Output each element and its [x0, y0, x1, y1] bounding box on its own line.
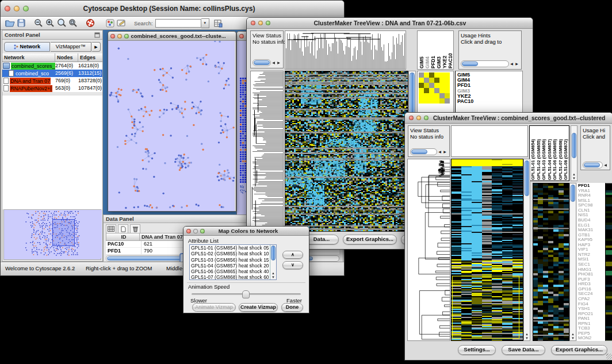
zoom-out-icon[interactable] [33, 17, 44, 29]
treeview2-titlebar[interactable]: ClusterMaker TreeView : combined_scores_… [405, 113, 612, 124]
tv2-zoom-scrollbar[interactable]: ▲▼ [569, 183, 576, 341]
minimize-button[interactable] [258, 21, 263, 25]
attribute-list-item[interactable]: GPL51-06 (GSM865) heat shock 40 min [191, 269, 276, 274]
attribute-list[interactable]: GPL51-01 (GSM854) heat shock 05 minGPL51… [189, 244, 277, 280]
close-button[interactable] [110, 34, 115, 39]
attribute-list-item[interactable]: GPL51-02 (GSM855) heat shock 10 min [191, 251, 276, 256]
tv1-view-status: View Status No status info f ◀▶ [250, 30, 284, 68]
open-session-icon[interactable] [4, 17, 16, 29]
save-data-button[interactable]: Save Data... [502, 345, 545, 355]
attribute-list-item[interactable]: GPL51-07 (GSM868) heat shock 60 min [191, 274, 276, 280]
zoom-in-icon[interactable] [44, 17, 56, 29]
tv1-heatmap[interactable] [285, 71, 408, 232]
zoom-button[interactable] [424, 116, 429, 120]
col-id[interactable]: ID [106, 233, 140, 240]
create-vizmap-button[interactable]: Create Vizmap [239, 303, 278, 312]
resize-grip[interactable] [606, 354, 612, 359]
similarity-cell [419, 98, 424, 104]
new-attribute-icon[interactable] [118, 224, 128, 233]
network-a-titlebar[interactable]: combined_scores_good.txt--cluste... [108, 32, 236, 41]
similarity-cell [429, 72, 434, 78]
zoom-button[interactable] [200, 229, 205, 233]
birdseye-canvas[interactable] [4, 210, 102, 258]
tv1-usage-hints: Usage Hints Click and drag to ◀▶ [458, 30, 522, 70]
network-manager-icon[interactable] [104, 17, 116, 29]
float-panel-icon[interactable] [94, 32, 100, 38]
tv2-row-dendrogram[interactable] [407, 159, 450, 341]
similarity-cell [429, 98, 434, 104]
similarity-cell [424, 98, 429, 104]
usage-hints-scrollbar[interactable]: ◀▶ [461, 60, 519, 67]
tab-network[interactable]: Network [4, 42, 50, 52]
network-list-row[interactable]: combined_scores_2764(0)16218(0) [2, 62, 102, 70]
tv2-extra-heat-sliver [605, 183, 612, 341]
zoom-fit-icon[interactable] [67, 17, 79, 29]
delete-attribute-icon[interactable] [130, 224, 140, 233]
col-edges[interactable]: Edges [78, 53, 102, 62]
birdseye-view[interactable] [3, 209, 101, 260]
annotation-icon[interactable] [116, 17, 127, 29]
group-divider [187, 282, 305, 283]
view-status-scrollbar[interactable]: ◀▶ [253, 59, 281, 66]
network-edges: 13112(15) [78, 70, 102, 77]
main-titlebar[interactable]: Cytoscape Desktop (Session Name: collins… [1, 1, 344, 17]
search-input[interactable] [155, 19, 201, 28]
move-up-button[interactable]: ∧ [282, 251, 303, 259]
help-lifering-icon[interactable] [85, 17, 96, 29]
network-canvas-a[interactable] [108, 41, 235, 211]
attribute-list-item[interactable]: GPL51-01 (GSM854) heat shock 05 min [191, 245, 276, 251]
settings-button[interactable]: Settings... [458, 345, 496, 355]
tv1-top-dendrogram[interactable] [285, 30, 406, 70]
tv1-row-dendrogram[interactable] [250, 71, 284, 232]
tv2-column-labels-scrollbar[interactable]: ▲▼ [571, 125, 577, 181]
network-nodes: 563(0) [55, 85, 78, 92]
tv2-top-dendrogram[interactable] [451, 125, 528, 157]
close-button[interactable] [186, 229, 191, 233]
close-button[interactable] [409, 116, 414, 120]
network-list-row[interactable]: combined_sco2569(6)13112(15) [2, 70, 102, 77]
network-list-row[interactable]: DNA and Tran 07769(0)183728(0) [2, 77, 102, 85]
network-list-row[interactable]: RNAPuberNov2+|563(0)107847(0) [2, 85, 102, 92]
save-session-icon[interactable] [16, 17, 27, 29]
more-tabs-button[interactable]: ▶ [92, 42, 101, 52]
column-label: GPL51-06 (GSM865) [552, 127, 557, 180]
select-attributes-icon[interactable] [106, 224, 116, 233]
zoom-selected-icon[interactable] [56, 17, 67, 29]
zoom-button[interactable] [266, 21, 270, 25]
attribute-list-scrollbar[interactable]: ▲▼ [270, 245, 276, 279]
close-button[interactable] [5, 6, 10, 12]
usage-hints-scrollbar[interactable]: ◀ [583, 162, 608, 168]
minimize-button[interactable] [117, 34, 122, 39]
zoom-button[interactable] [23, 6, 29, 12]
col-nodes[interactable]: Nodes [55, 53, 78, 62]
col-network[interactable]: Network [2, 53, 55, 62]
file-icon [9, 70, 14, 76]
tv2-zoom-heatmap[interactable] [533, 183, 569, 341]
export-graphics-button[interactable]: Export Graphics... [343, 235, 397, 244]
minimize-button[interactable] [416, 116, 421, 120]
speed-slider-thumb[interactable] [242, 290, 250, 298]
minimize-button[interactable] [14, 6, 20, 12]
tab-network-label: Network [20, 44, 41, 49]
export-graphics-button[interactable]: Export Graphics... [551, 345, 607, 355]
attribute-list-item[interactable]: GPL51-04 (GSM857) heat shock 20 min [191, 263, 276, 269]
close-button[interactable] [251, 21, 255, 25]
tab-vizmapper[interactable]: VizMapper™ [51, 42, 91, 52]
gene-label: MON2 [578, 336, 605, 341]
tv2-heatmap[interactable] [451, 159, 523, 341]
treeview1-titlebar[interactable]: ClusterMaker TreeView : DNA and Tran 07-… [247, 18, 533, 29]
attribute-list-item[interactable]: GPL51-03 (GSM856) heat shock 15 min [191, 257, 276, 263]
view-status-scrollbar[interactable]: ◀▶ [410, 148, 447, 155]
dialog-titlebar[interactable]: Map Colors to Network [183, 227, 309, 236]
zoom-button[interactable] [124, 34, 129, 39]
move-down-button[interactable]: ∨ [282, 261, 303, 269]
file-icon [3, 78, 9, 84]
control-panel-title: Control Panel [5, 32, 40, 38]
tv2-heatmap-scrollbar[interactable]: ▲▼ [523, 159, 530, 341]
save-data-button[interactable]: Data... [304, 235, 339, 244]
search-dropdown-button[interactable]: ▼ [201, 18, 209, 28]
close-button[interactable] [239, 34, 244, 39]
attribute-browser-icon[interactable] [213, 17, 224, 29]
done-button[interactable]: Done [281, 303, 303, 312]
tv2-column-labels: GPL51-01 (GSM854)GPL51-02 (GSM855)GPL51-… [529, 125, 569, 181]
